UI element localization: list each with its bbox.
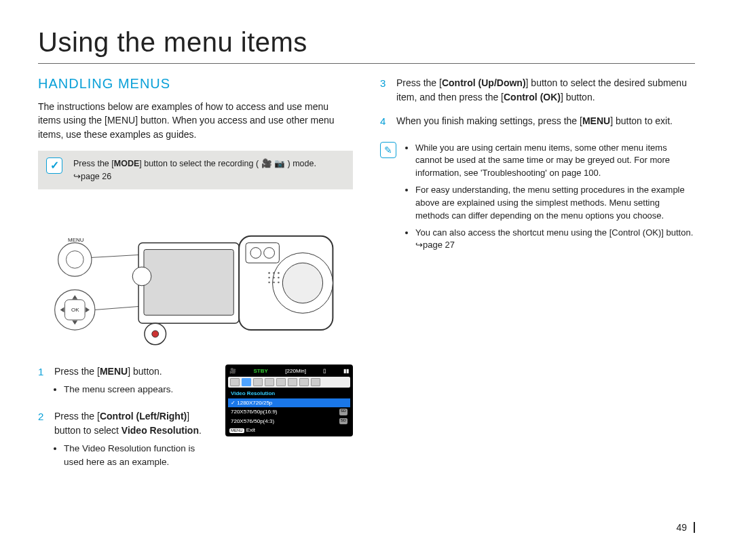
lcd-menu-button-label: MENU xyxy=(229,428,244,433)
intro-paragraph: The instructions below are examples of h… xyxy=(38,100,353,141)
menu-label: MENU xyxy=(68,237,84,243)
svg-point-28 xyxy=(152,331,159,337)
step-1: 1 Press the [MENU] button. The menu scre… xyxy=(38,365,217,399)
svg-point-19 xyxy=(273,272,275,274)
svg-point-14 xyxy=(282,263,322,303)
stby-indicator: STBY xyxy=(253,368,267,375)
svg-point-1 xyxy=(66,251,83,269)
lcd-tab-row xyxy=(228,377,350,388)
step-number: 1 xyxy=(38,365,48,399)
mode-tip-text: Press the [MODE] button to select the re… xyxy=(73,157,343,183)
svg-point-26 xyxy=(278,282,280,284)
left-column: HANDLING MENUS The instructions below ar… xyxy=(38,76,353,481)
check-icon: ✓ xyxy=(46,157,62,174)
right-steps: 3 Press the [Control (Up/Down)] button t… xyxy=(380,76,695,130)
step-3: 3 Press the [Control (Up/Down)] button t… xyxy=(380,76,695,105)
left-steps: 1 Press the [MENU] button. The menu scre… xyxy=(38,365,217,481)
svg-point-20 xyxy=(278,272,280,274)
step-number: 4 xyxy=(380,114,390,130)
svg-line-9 xyxy=(95,307,138,310)
step-body: Press the [Control (Left/Right)] button … xyxy=(54,409,217,472)
step-number: 3 xyxy=(380,76,390,105)
lcd-menu-item[interactable]: 720X576/50p(4:3)SD xyxy=(228,417,350,426)
right-column: 3 Press the [Control (Up/Down)] button t… xyxy=(380,76,695,481)
svg-point-23 xyxy=(278,277,280,279)
svg-point-17 xyxy=(264,248,275,259)
svg-point-24 xyxy=(268,282,270,284)
lcd-menu-item[interactable]: 720X576/50p(16:9)SD xyxy=(228,407,350,417)
svg-point-25 xyxy=(273,282,275,284)
note-item: For easy understanding, the menu setting… xyxy=(415,184,695,223)
card-icon: ▯ xyxy=(323,368,326,375)
svg-point-18 xyxy=(268,272,270,274)
lcd-menu-header: Video Resolution xyxy=(228,389,350,398)
notes-block: ✎ While you are using certain menu items… xyxy=(380,142,695,257)
note-item: While you are using certain menu items, … xyxy=(415,142,695,181)
section-heading: HANDLING MENUS xyxy=(38,76,353,92)
page-title: Using the menu items xyxy=(38,27,695,64)
svg-rect-11 xyxy=(144,250,233,316)
lcd-exit-label: Exit xyxy=(246,427,255,434)
svg-point-29 xyxy=(132,267,151,286)
mode-tip-box: ✓ Press the [MODE] button to select the … xyxy=(38,151,353,190)
video-icon: 🎥 xyxy=(261,159,272,168)
ok-label: OK xyxy=(71,307,79,313)
left-bottom-row: 1 Press the [MENU] button. The menu scre… xyxy=(38,365,353,481)
step-number: 2 xyxy=(38,409,48,472)
page-ref: ↪page 26 xyxy=(73,172,111,181)
content-columns: HANDLING MENUS The instructions below ar… xyxy=(38,76,695,481)
svg-point-16 xyxy=(250,248,261,259)
step-body: Press the [MENU] button. The menu screen… xyxy=(54,365,217,399)
note-item: You can also access the shortcut menu us… xyxy=(415,227,695,253)
manual-page: Using the menu items HANDLING MENUS The … xyxy=(0,0,733,560)
time-remaining: [220Min] xyxy=(285,368,306,375)
step-body: Press the [Control (Up/Down)] button to … xyxy=(396,76,695,105)
camera-lcd-mock: 🎥 STBY [220Min] ▯ ▮▮ Video Resolution ✓ … xyxy=(225,365,353,436)
svg-point-22 xyxy=(273,277,275,279)
step-2: 2 Press the [Control (Left/Right)] butto… xyxy=(38,409,217,472)
page-number: 49 xyxy=(676,522,695,533)
svg-point-21 xyxy=(268,277,270,279)
lcd-menu-item[interactable]: ✓ 1280X720/25p xyxy=(228,398,350,408)
rec-icon: 🎥 xyxy=(229,368,236,375)
step-body: When you finish making settings, press t… xyxy=(396,114,695,130)
camcorder-illustration: MENU OK xyxy=(38,202,353,358)
photo-icon: 📷 xyxy=(274,159,285,168)
notes-list: While you are using certain menu items, … xyxy=(405,142,695,257)
lcd-exit-row: MENU Exit xyxy=(228,426,350,434)
note-icon: ✎ xyxy=(380,142,396,158)
battery-icon: ▮▮ xyxy=(343,368,349,375)
step-4: 4 When you finish making settings, press… xyxy=(380,114,695,130)
svg-line-2 xyxy=(92,255,138,258)
